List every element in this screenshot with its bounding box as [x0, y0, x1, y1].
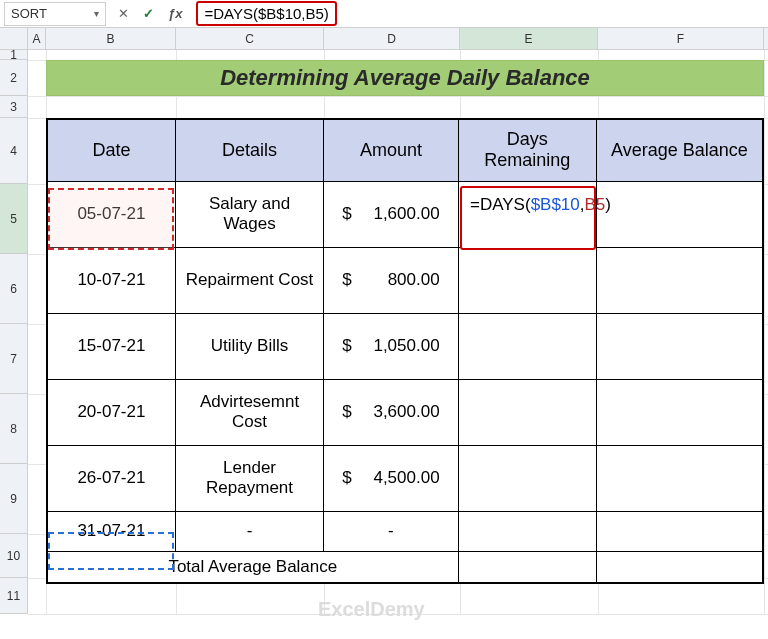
- formula-suffix: ): [605, 195, 611, 214]
- cell-days[interactable]: [458, 445, 596, 511]
- row-header-3[interactable]: 3: [0, 96, 28, 118]
- balance-table: Date Details Amount Days Remaining Avera…: [46, 118, 764, 584]
- table-row: 10-07-21 Repairment Cost $800.00: [47, 247, 763, 313]
- cell-details[interactable]: Salary and Wages: [175, 181, 323, 247]
- row-header-11[interactable]: 11: [0, 578, 28, 614]
- cell-date[interactable]: 31-07-21: [47, 511, 175, 551]
- cell-days[interactable]: [458, 551, 596, 583]
- confirm-icon[interactable]: ✓: [143, 6, 154, 21]
- formula-bar: SORT ▾ ✕ ✓ ƒx =DAYS($B$10,B5): [0, 0, 768, 28]
- cell-date[interactable]: 10-07-21: [47, 247, 175, 313]
- header-amount[interactable]: Amount: [324, 119, 458, 181]
- cancel-icon[interactable]: ✕: [118, 6, 129, 21]
- cell-grid[interactable]: Determining Average Daily Balance Date D…: [28, 50, 768, 614]
- cell-details[interactable]: Lender Repayment: [175, 445, 323, 511]
- page-title: Determining Average Daily Balance: [46, 60, 764, 96]
- row-header-8[interactable]: 8: [0, 394, 28, 464]
- formula-input[interactable]: =DAYS($B$10,B5): [194, 1, 768, 26]
- cell-avg[interactable]: [597, 247, 764, 313]
- cell-amount[interactable]: $4,500.00: [324, 445, 458, 511]
- cell-days[interactable]: [458, 379, 596, 445]
- column-headers: A B C D E F: [0, 28, 768, 50]
- row-header-2[interactable]: 2: [0, 60, 28, 96]
- col-header-b[interactable]: B: [46, 28, 176, 49]
- row-header-4[interactable]: 4: [0, 118, 28, 184]
- name-box-value: SORT: [11, 6, 94, 21]
- chevron-down-icon[interactable]: ▾: [94, 8, 99, 19]
- row-header-7[interactable]: 7: [0, 324, 28, 394]
- formula-text: =DAYS($B$10,B5): [196, 1, 336, 26]
- cell-amount[interactable]: -: [324, 511, 458, 551]
- header-avg[interactable]: Average Balance: [597, 119, 764, 181]
- total-row: Total Average Balance: [47, 551, 763, 583]
- cell-details[interactable]: Advirtesemnt Cost: [175, 379, 323, 445]
- row-header-9[interactable]: 9: [0, 464, 28, 534]
- cell-avg[interactable]: [597, 445, 764, 511]
- formula-bar-actions: ✕ ✓ ƒx: [106, 6, 194, 21]
- header-date[interactable]: Date: [47, 119, 175, 181]
- col-header-c[interactable]: C: [176, 28, 324, 49]
- cell-details[interactable]: Utility Bills: [175, 313, 323, 379]
- col-header-a[interactable]: A: [28, 28, 46, 49]
- cell-amount[interactable]: $800.00: [324, 247, 458, 313]
- cell-amount[interactable]: $1,050.00: [324, 313, 458, 379]
- table-row: 20-07-21 Advirtesemnt Cost $3,600.00: [47, 379, 763, 445]
- cell-amount[interactable]: $3,600.00: [324, 379, 458, 445]
- name-box[interactable]: SORT ▾: [4, 2, 106, 26]
- header-details[interactable]: Details: [175, 119, 323, 181]
- row-header-6[interactable]: 6: [0, 254, 28, 324]
- row-header-1[interactable]: 1: [0, 50, 28, 60]
- formula-prefix: =DAYS(: [470, 195, 531, 214]
- col-header-d[interactable]: D: [324, 28, 460, 49]
- table-row: 26-07-21 Lender Repayment $4,500.00: [47, 445, 763, 511]
- formula-ref2: B5: [585, 195, 606, 214]
- cell-avg[interactable]: [597, 511, 764, 551]
- total-label[interactable]: Total Average Balance: [47, 551, 458, 583]
- header-days[interactable]: Days Remaining: [458, 119, 596, 181]
- cell-details[interactable]: Repairment Cost: [175, 247, 323, 313]
- cell-details[interactable]: -: [175, 511, 323, 551]
- cell-days[interactable]: [458, 313, 596, 379]
- formula-ref1: $B$10: [531, 195, 580, 214]
- cell-avg[interactable]: [597, 181, 764, 247]
- select-all-corner[interactable]: [0, 28, 28, 49]
- cell-date[interactable]: 20-07-21: [47, 379, 175, 445]
- cell-date[interactable]: 05-07-21: [47, 181, 175, 247]
- fx-icon[interactable]: ƒx: [168, 6, 182, 21]
- cell-days[interactable]: [458, 247, 596, 313]
- watermark: ExcelDemy: [318, 598, 425, 621]
- cell-date[interactable]: 15-07-21: [47, 313, 175, 379]
- col-header-e[interactable]: E: [460, 28, 598, 49]
- cell-days[interactable]: [458, 511, 596, 551]
- header-row: Date Details Amount Days Remaining Avera…: [47, 119, 763, 181]
- cell-avg[interactable]: [597, 313, 764, 379]
- table-row: 05-07-21 Salary and Wages $1,600.00: [47, 181, 763, 247]
- row-headers: 1 2 3 4 5 6 7 8 9 10 11: [0, 50, 28, 614]
- row-header-5[interactable]: 5: [0, 184, 28, 254]
- cell-avg[interactable]: [597, 379, 764, 445]
- cell-amount[interactable]: $1,600.00: [324, 181, 458, 247]
- table-row: 31-07-21 - -: [47, 511, 763, 551]
- active-cell-e5[interactable]: =DAYS($B$10,B5): [460, 186, 596, 250]
- col-header-f[interactable]: F: [598, 28, 764, 49]
- cell-avg[interactable]: [597, 551, 764, 583]
- row-header-10[interactable]: 10: [0, 534, 28, 578]
- table-row: 15-07-21 Utility Bills $1,050.00: [47, 313, 763, 379]
- cell-date[interactable]: 26-07-21: [47, 445, 175, 511]
